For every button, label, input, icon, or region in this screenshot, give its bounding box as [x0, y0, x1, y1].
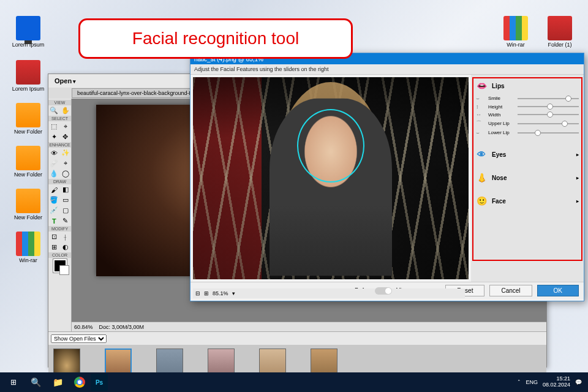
chevron-right-icon: ▸: [576, 175, 579, 181]
desktop-icon-new-folder-3[interactable]: New Folder: [11, 189, 45, 221]
zoom-info-bar: 60.84% Doc: 3,00M/3,00M: [72, 322, 546, 331]
filmstrip-dropdown[interactable]: Show Open Files: [51, 334, 107, 343]
eyes-header[interactable]: 👁Eyes▸: [476, 147, 579, 162]
folder-icon: [16, 103, 40, 127]
file-explorer-button[interactable]: 📁: [47, 374, 69, 391]
face-icon: 🙂: [476, 196, 487, 206]
folder-icon: [16, 189, 40, 213]
desktop-icon-winrar-right[interactable]: Win-rar: [499, 16, 533, 48]
taskbar: ⊞ 🔍 📁 Ps ˄ ENG 15:21 08.02.2024 💬: [0, 372, 588, 392]
recompose-tool[interactable]: ⊞: [50, 243, 59, 252]
eyedropper-tool[interactable]: 💉: [50, 206, 59, 215]
binder-icon: [16, 232, 40, 256]
doc-info: Doc: 3,00M/3,00M: [99, 324, 145, 330]
height-slider[interactable]: ↕Height: [476, 104, 579, 110]
straighten-tool[interactable]: ⟊: [61, 232, 70, 241]
chevron-right-icon: ▸: [576, 152, 579, 157]
callout-box: Facial recognition tool: [78, 18, 353, 59]
system-tray: ˄ ENG 15:21 08.02.2024 💬: [518, 376, 586, 388]
chevron-down-icon: ▾: [73, 78, 76, 85]
cancel-button[interactable]: Cancel: [489, 285, 532, 296]
face-dialog: natic_st (4).png @ 85,1% Adjust the Faci…: [190, 53, 584, 301]
chrome-icon: [74, 377, 85, 388]
tool-palette: VIEW 🔍✋ SELECT ⬚⌖ ✦✥ ENHANCE 👁✨ 🩹⌖ 💧◯ DR…: [48, 99, 72, 331]
callout-text: Facial recognition tool: [132, 29, 299, 48]
text-tool[interactable]: T: [50, 216, 59, 225]
face-zoom-bar: ⊟ ⊞ 85.1% ▾: [193, 288, 465, 298]
heal-tool[interactable]: 🩹: [50, 159, 59, 168]
lips-header[interactable]: 👄Lips: [476, 78, 579, 93]
whiten-tool[interactable]: ✨: [61, 148, 70, 157]
cookie-tool[interactable]: ◐: [61, 243, 70, 252]
photoshop-taskbar-button[interactable]: Ps: [91, 374, 108, 391]
face-zoom-value[interactable]: 85.1%: [213, 290, 228, 296]
ok-button[interactable]: OK: [537, 285, 579, 296]
desktop-icon-red-folder[interactable]: Lorem Ipsum: [11, 60, 45, 92]
smile-icon: ⌣: [476, 95, 484, 102]
face-detection-circle[interactable]: [297, 109, 364, 183]
wand-tool[interactable]: ✦: [50, 132, 59, 141]
eyes-icon: 👁: [476, 149, 487, 159]
start-button[interactable]: ⊞: [2, 374, 24, 391]
clone-tool[interactable]: ⌖: [61, 159, 70, 168]
width-slider[interactable]: ↔Width: [476, 111, 579, 118]
chevron-down-icon[interactable]: ▾: [232, 290, 235, 296]
brush-tool[interactable]: 🖌: [50, 185, 59, 194]
toggle-pill[interactable]: [375, 287, 392, 295]
zoom-display[interactable]: 60.84%: [74, 324, 93, 330]
tray-clock[interactable]: 15:21 08.02.2024: [543, 376, 570, 388]
lips-section: 👄Lips ⌣Smile ↕Height ↔Width ⌒Upper Lip ⌣…: [476, 78, 579, 136]
smile-slider[interactable]: ⌣Smile: [476, 95, 579, 102]
nose-header[interactable]: 👃Nose▸: [476, 170, 579, 185]
notification-center[interactable]: 💬: [575, 379, 582, 385]
blur-tool[interactable]: 💧: [50, 169, 59, 178]
shape-tool[interactable]: ▢: [61, 206, 70, 215]
tray-overflow[interactable]: ˄: [518, 379, 521, 385]
folder-icon: [16, 60, 40, 85]
desktop-icon-monitor[interactable]: Lorem Ipsum: [11, 16, 45, 48]
zoom-out-icon[interactable]: ⊟: [195, 290, 200, 296]
zoom-in-icon[interactable]: ⊞: [204, 290, 209, 296]
hand-tool[interactable]: ✋: [61, 106, 70, 115]
face-header[interactable]: 🙂Face▸: [476, 194, 579, 208]
height-icon: ↕: [476, 104, 484, 110]
lower-lip-slider[interactable]: ⌣Lower Lip: [476, 129, 579, 136]
gradient-tool[interactable]: ▭: [61, 195, 70, 205]
face-canvas[interactable]: [193, 77, 469, 279]
color-swatch[interactable]: [53, 259, 67, 273]
eraser-tool[interactable]: ◧: [61, 185, 70, 194]
monitor-icon: [16, 16, 40, 40]
lasso-tool[interactable]: ⌖: [61, 122, 70, 131]
zoom-tool[interactable]: 🔍: [50, 106, 59, 115]
search-button[interactable]: 🔍: [24, 374, 47, 391]
move-tool[interactable]: ✥: [61, 132, 70, 141]
desktop-icon-new-folder-2[interactable]: New Folder: [11, 146, 45, 178]
upper-lip-slider[interactable]: ⌒Upper Lip: [476, 119, 579, 127]
upper-lip-icon: ⌒: [476, 119, 484, 127]
width-icon: ↔: [476, 111, 484, 118]
marquee-tool[interactable]: ⬚: [50, 122, 59, 131]
sponge-tool[interactable]: ◯: [61, 169, 70, 178]
lips-icon: 👄: [476, 81, 487, 91]
face-features-panel: 👄Lips ⌣Smile ↕Height ↔Width ⌒Upper Lip ⌣…: [471, 75, 584, 282]
bucket-tool[interactable]: 🪣: [50, 195, 59, 205]
chevron-right-icon: ▸: [576, 198, 579, 204]
folder-icon: [16, 146, 40, 170]
binder-icon: [503, 16, 528, 40]
chrome-taskbar-button[interactable]: [69, 374, 91, 391]
lower-lip-icon: ⌣: [476, 129, 484, 136]
redeye-tool[interactable]: 👁: [50, 148, 59, 157]
nose-icon: 👃: [476, 173, 487, 183]
desktop-icon-new-folder-1[interactable]: New Folder: [11, 103, 45, 135]
pencil-tool[interactable]: ✎: [61, 216, 70, 225]
tray-language[interactable]: ENG: [526, 379, 538, 385]
folder-icon: [548, 16, 572, 40]
crop-tool[interactable]: ⊡: [50, 232, 59, 241]
open-menu[interactable]: Open▾: [52, 76, 78, 86]
face-dialog-instruction: Adjust the Facial Features using the sli…: [190, 64, 584, 75]
desktop-icon-winrar-left[interactable]: Win-rar: [11, 232, 45, 263]
desktop-icon-folder-1[interactable]: Folder (1): [543, 16, 577, 48]
filmstrip-bar: Show Open Files: [48, 331, 546, 345]
